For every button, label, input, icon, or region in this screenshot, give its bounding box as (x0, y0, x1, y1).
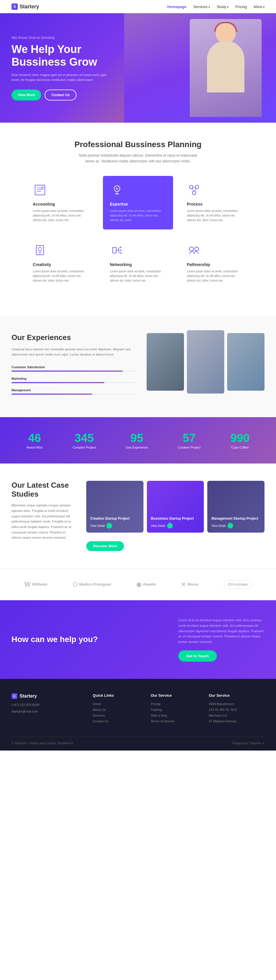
stat-creative-label: Creative Project (178, 445, 200, 449)
card-creativity-desc: Lorem ipsum dolor sit amet, consectetur … (33, 269, 89, 283)
case-card-1-view-icon: → (106, 523, 112, 528)
stat-award: 46 Award Won (27, 431, 43, 449)
nav-services[interactable]: Services (193, 5, 210, 9)
card-networking: Networking Lorem ipsum dolor sit amet, c… (103, 236, 173, 290)
progress-satisfaction-fill (11, 371, 123, 372)
partner-morex: ✕ Morex (181, 581, 198, 588)
partner-cri: Cri-Liristas (224, 580, 252, 589)
nav-homepage[interactable]: Homepage (167, 5, 186, 9)
progress-marketing-bar (11, 382, 135, 383)
case-card-1-view[interactable]: View Detail → (90, 523, 140, 528)
cta-button[interactable]: Get In Touch (178, 651, 217, 662)
stat-experience-label: Use Experience (125, 445, 148, 449)
card-accounting: $ Accounting Lorem ipsum dolor sit amet,… (26, 176, 96, 229)
partner-medico-mark: ⬡ (73, 581, 77, 588)
case-studies-description: Bibendum neque egestas congue quisque eg… (11, 503, 75, 540)
partner-morex-mark: ✕ (181, 581, 186, 588)
svg-point-12 (195, 185, 199, 189)
experience-photo-1 (147, 333, 184, 391)
footer-link-about[interactable]: About Us (93, 708, 140, 711)
footer-brand: S Startery (+87) 222 879 6669 startupr@m… (11, 693, 81, 725)
case-card-3-title: Management Startup Project (211, 517, 260, 520)
svg-line-16 (195, 189, 196, 191)
hero-contact-button[interactable]: Contact Us (44, 89, 76, 100)
nav-pricing[interactable]: Pricing (235, 5, 247, 9)
planning-description: Nulla pulvinar institulicello aliquam ul… (78, 153, 198, 164)
partner-alawite-mark: ◉ (136, 581, 141, 588)
case-card-2-view-icon: → (167, 523, 173, 528)
stat-award-label: Award Won (27, 445, 43, 449)
progress-management-fill (11, 393, 92, 395)
footer-service1-terms[interactable]: Terms of Service (151, 719, 197, 723)
svg-point-30 (189, 247, 194, 251)
footer-quick-links-list: Home About Us Services Contact Us (93, 702, 140, 723)
hero-title: We Help Your Bussiness Grow (11, 43, 109, 68)
footer-service2-title: Our Service (209, 693, 265, 698)
stat-coffee-number: 990 (230, 431, 249, 444)
cta-right: Lorem sit to do tincidunt augue interdum… (178, 617, 265, 661)
case-studies-title: Our Latest Case Studies (11, 481, 75, 499)
case-cards-container: Creative Startup Project View Detail → B… (86, 481, 265, 533)
navbar: S Startery Homepage Services Study Prici… (0, 0, 276, 13)
hero-subtitle: We Know How to Develop (11, 35, 109, 40)
hero-image (124, 13, 276, 123)
hero-content: We Know How to Develop We Help Your Buss… (0, 18, 121, 118)
footer-address2: 123 45 345 30, NYC (209, 708, 265, 711)
footer-service1-blog[interactable]: Start a blog (151, 714, 197, 717)
discover-more-button[interactable]: Discover More (86, 541, 124, 551)
experiences-title: Our Experiences (11, 333, 135, 342)
partner-willheim-name: Willheim (32, 582, 48, 587)
svg-point-29 (120, 252, 122, 254)
progress-marketing-label: Marketing (11, 377, 135, 380)
case-studies-section: Our Latest Case Studies Bibendum neque e… (0, 463, 276, 568)
case-card-2-title: Bussiness Startup Project (151, 517, 200, 520)
footer-address3: Machela LLC (209, 714, 265, 717)
partner-willheim-mark: 𝕎 (24, 581, 30, 588)
card-accounting-desc: Lorem ipsum dolor sit amet, consectetur … (33, 209, 89, 223)
card-partnership-title: Pathnership (187, 262, 243, 267)
progress-management-bar (11, 393, 135, 395)
card-accounting-title: Accounting (33, 202, 89, 207)
svg-line-15 (192, 189, 194, 191)
svg-point-11 (189, 185, 193, 189)
case-card-2-view[interactable]: View Detail → (151, 523, 200, 528)
nav-study[interactable]: Study (217, 5, 228, 9)
footer-email: startupr@mail.com (11, 709, 81, 714)
hero-description: Duis hendrerit dolor magna aget est et p… (11, 73, 109, 83)
progress-management-label: Management (11, 388, 135, 392)
stat-award-number: 46 (27, 431, 43, 444)
nav-more[interactable]: More (254, 5, 265, 9)
footer-link-services[interactable]: Services (93, 714, 140, 717)
footer-address: 4408 Macpherson (209, 702, 265, 706)
card-expertise-title: Expertise (110, 202, 166, 207)
footer-quick-links: Quick Links Home About Us Services Conta… (93, 693, 140, 725)
case-card-management: Management Startup Project View Detail → (207, 481, 265, 533)
footer-logo-text: Startery (19, 694, 37, 699)
case-studies-right: Creative Startup Project View Detail → B… (86, 481, 265, 551)
navbar-links: Homepage Services Study Pricing More (167, 5, 265, 9)
stat-project: 345 Complex Project (73, 431, 96, 449)
case-card-2-view-text: View Detail (151, 524, 165, 527)
svg-point-27 (120, 247, 122, 248)
footer-service1-training[interactable]: Training (151, 708, 197, 711)
footer-grid: S Startery (+87) 222 879 6669 startupr@m… (11, 693, 265, 725)
footer-link-contact[interactable]: Contact Us (93, 719, 140, 723)
card-process-title: Process (187, 202, 243, 207)
card-process: Process Lorem ipsum dolor sit amet, cons… (180, 176, 250, 229)
case-card-1-view-text: View Detail (90, 524, 105, 527)
stat-experience: 95 Use Experience (125, 431, 148, 449)
expertise-icon (110, 183, 124, 197)
footer-designed-by: Designed by Tokspace ✦ (233, 741, 265, 745)
footer-logo-icon: S (11, 693, 17, 699)
partner-medico: ⬡ Medico Prologoas (73, 581, 111, 588)
card-expertise: Expertise Lorem ipsum dolor sit amet, co… (103, 176, 173, 229)
stat-experience-number: 95 (125, 431, 148, 444)
hero-view-more-button[interactable]: View More (11, 89, 41, 100)
stat-coffee: 990 Cups Coffee (230, 431, 249, 449)
footer-link-home[interactable]: Home (93, 702, 140, 706)
partner-alawite-name: Alawite (143, 582, 156, 587)
case-card-3-view[interactable]: View Detail → (211, 523, 260, 528)
footer-service1-pricing[interactable]: Pricing (151, 702, 197, 706)
footer-service1-title: Our Service (151, 693, 197, 698)
hero-buttons: View More Contact Us (11, 89, 109, 100)
